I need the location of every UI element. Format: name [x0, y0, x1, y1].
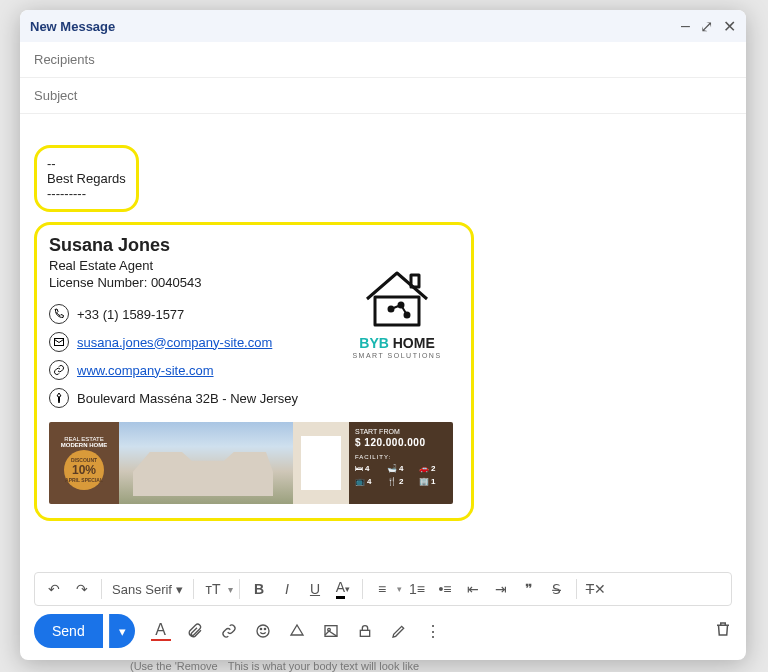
minimize-icon[interactable]: –: [681, 17, 690, 36]
align-button[interactable]: ≡: [369, 576, 395, 602]
undo-button[interactable]: ↶: [41, 576, 67, 602]
more-options-icon[interactable]: ⋮: [423, 621, 443, 641]
pin-icon: [49, 388, 69, 408]
send-button[interactable]: Send: [34, 614, 103, 648]
email-link[interactable]: susana.jones@company-site.com: [77, 335, 272, 350]
banner-tag2: MODERN HOME: [61, 442, 107, 448]
website-link[interactable]: www.company-site.com: [77, 363, 214, 378]
svg-point-9: [260, 628, 261, 629]
fac-floor: 🏢 1: [419, 477, 447, 486]
indent-increase-button[interactable]: ⇥: [488, 576, 514, 602]
logo-subtext: SMART SOLUTIONS: [352, 352, 441, 359]
formatting-toolbar: ↶ ↷ Sans Serif ▾ тT ▾ B I U A ▾ ≡ ▾ 1≡ •…: [34, 572, 732, 606]
fac-bath: 🛁 4: [387, 464, 415, 473]
phone-icon: [49, 304, 69, 324]
text-color-button[interactable]: A ▾: [330, 576, 356, 602]
drive-icon[interactable]: [287, 621, 307, 641]
italic-button[interactable]: I: [274, 576, 300, 602]
sig-regards: Best Regards: [47, 171, 126, 186]
company-logo: BYB HOME SMART SOLUTIONS: [337, 261, 457, 359]
fac-tv: 📺 4: [355, 477, 383, 486]
compose-body[interactable]: -- Best Regards --------- Susana Jones R…: [20, 114, 746, 572]
svg-rect-3: [375, 297, 419, 325]
insert-image-icon[interactable]: [321, 621, 341, 641]
recipients-field[interactable]: [20, 42, 746, 78]
banner-interior-photo: [293, 422, 349, 504]
bulleted-list-button[interactable]: •≡: [432, 576, 458, 602]
compose-action-icons: A ⋮: [151, 621, 443, 641]
compose-titlebar: New Message – ⤢ ✕: [20, 10, 746, 42]
signature-name: Susana Jones: [49, 235, 459, 256]
signature-intro-highlight: -- Best Regards ---------: [34, 145, 139, 212]
send-more-button[interactable]: ▾: [109, 614, 135, 648]
banner-right: START FROM $ 120.000.000 FACILITY: 🛏 4 🛁…: [349, 422, 453, 504]
underline-button[interactable]: U: [302, 576, 328, 602]
bold-button[interactable]: B: [246, 576, 272, 602]
fac-garage: 🚗 2: [419, 464, 447, 473]
banner-left: REAL ESTATE MODERN HOME DISCOUNT 10% APR…: [49, 422, 119, 504]
sig-dashes: ---------: [47, 186, 126, 201]
indent-decrease-button[interactable]: ⇤: [460, 576, 486, 602]
insert-link-icon[interactable]: [219, 621, 239, 641]
address-row: Boulevard Masséna 32B - New Jersey: [49, 388, 459, 408]
pen-icon[interactable]: [389, 621, 409, 641]
website-row: www.company-site.com: [49, 360, 459, 380]
banner-facility-label: FACILITY:: [355, 454, 447, 460]
font-select[interactable]: Sans Serif ▾: [108, 582, 187, 597]
subject-input[interactable]: [34, 88, 732, 103]
svg-rect-13: [360, 630, 369, 636]
redo-button[interactable]: ↷: [69, 576, 95, 602]
subject-field[interactable]: [20, 78, 746, 114]
close-icon[interactable]: ✕: [723, 17, 736, 36]
strikethrough-button[interactable]: S̶: [544, 576, 570, 602]
banner-start-label: START FROM: [355, 428, 447, 435]
svg-point-10: [264, 628, 265, 629]
fac-bed: 🛏 4: [355, 464, 383, 473]
sig-dashdash: --: [47, 156, 126, 171]
confidential-icon[interactable]: [355, 621, 375, 641]
recipients-input[interactable]: [34, 52, 732, 67]
bottom-action-row: Send ▾ A ⋮: [20, 614, 746, 660]
discard-icon[interactable]: [714, 620, 732, 642]
attach-icon[interactable]: [185, 621, 205, 641]
banner-house-photo: [119, 422, 293, 504]
chevron-down-icon: ▾: [228, 584, 233, 595]
popout-icon[interactable]: ⤢: [700, 17, 713, 36]
house-icon: [357, 261, 437, 331]
phone-text: +33 (1) 1589-1577: [77, 307, 184, 322]
promo-banner: REAL ESTATE MODERN HOME DISCOUNT 10% APR…: [49, 422, 453, 504]
discount-badge: DISCOUNT 10% APRIL SPECIAL: [64, 450, 104, 490]
address-text: Boulevard Masséna 32B - New Jersey: [77, 391, 298, 406]
logo-text: BYB HOME: [359, 335, 434, 351]
clear-formatting-button[interactable]: T✕: [583, 576, 609, 602]
mail-icon: [49, 332, 69, 352]
svg-rect-4: [411, 275, 419, 287]
chevron-down-icon: ▾: [176, 582, 183, 597]
compose-window: New Message – ⤢ ✕ -- Best Regards ------…: [20, 10, 746, 660]
banner-price: $ 120.000.000: [355, 437, 447, 448]
signature-block-highlight: Susana Jones Real Estate Agent License N…: [34, 222, 474, 521]
hint-text-fragment: (Use the 'RemoveThis is what your body t…: [130, 660, 419, 672]
quote-button[interactable]: ❞: [516, 576, 542, 602]
emoji-icon[interactable]: [253, 621, 273, 641]
text-style-icon[interactable]: A: [151, 621, 171, 641]
fac-kitchen: 🍴 2: [387, 477, 415, 486]
svg-point-8: [257, 625, 269, 637]
compose-title: New Message: [30, 19, 115, 34]
numbered-list-button[interactable]: 1≡: [404, 576, 430, 602]
window-controls: – ⤢ ✕: [681, 17, 736, 36]
facility-grid: 🛏 4 🛁 4 🚗 2 📺 4 🍴 2 🏢 1: [355, 464, 447, 486]
font-size-button[interactable]: тT: [200, 576, 226, 602]
link-icon: [49, 360, 69, 380]
